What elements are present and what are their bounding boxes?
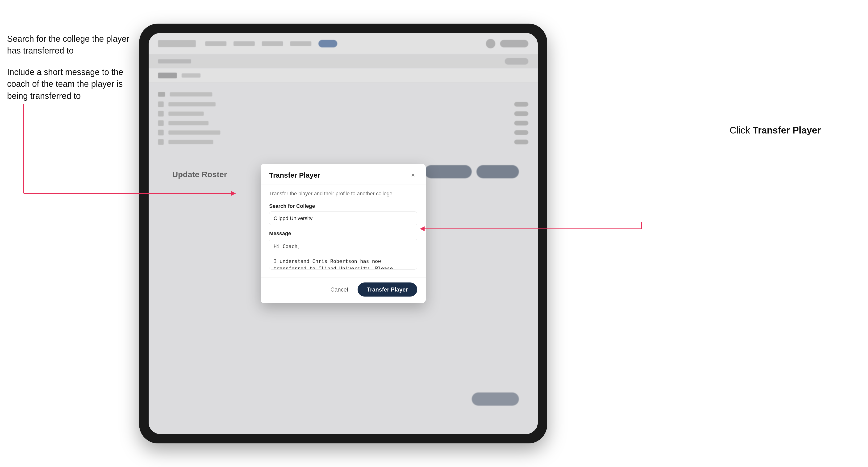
transfer-player-modal: Transfer Player × Transfer the player an… bbox=[261, 164, 426, 303]
modal-header: Transfer Player × bbox=[261, 164, 426, 184]
modal-title: Transfer Player bbox=[269, 171, 320, 179]
modal-body: Transfer the player and their profile to… bbox=[261, 184, 426, 278]
annotation-left: Search for the college the player has tr… bbox=[7, 33, 130, 111]
ipad-screen: Update Roster Transfer Player × Transfer… bbox=[149, 33, 538, 434]
annotation-right-prefix: Click bbox=[730, 125, 753, 135]
message-textarea[interactable]: Hi Coach, I understand Chris Robertson h… bbox=[269, 239, 417, 269]
annotation-right-bold: Transfer Player bbox=[753, 125, 821, 135]
transfer-player-button[interactable]: Transfer Player bbox=[358, 282, 417, 297]
search-college-label: Search for College bbox=[269, 203, 417, 209]
modal-close-button[interactable]: × bbox=[409, 171, 417, 180]
annotation-text-top: Search for the college the player has tr… bbox=[7, 33, 130, 57]
modal-footer: Cancel Transfer Player bbox=[261, 277, 426, 303]
cancel-button[interactable]: Cancel bbox=[326, 283, 353, 295]
annotation-text-bottom: Include a short message to the coach of … bbox=[7, 66, 130, 102]
annotation-right: Click Transfer Player bbox=[730, 125, 821, 135]
modal-subtitle: Transfer the player and their profile to… bbox=[269, 190, 417, 197]
message-label: Message bbox=[269, 230, 417, 236]
ipad-device: Update Roster Transfer Player × Transfer… bbox=[139, 24, 547, 443]
search-college-input[interactable] bbox=[269, 211, 417, 225]
